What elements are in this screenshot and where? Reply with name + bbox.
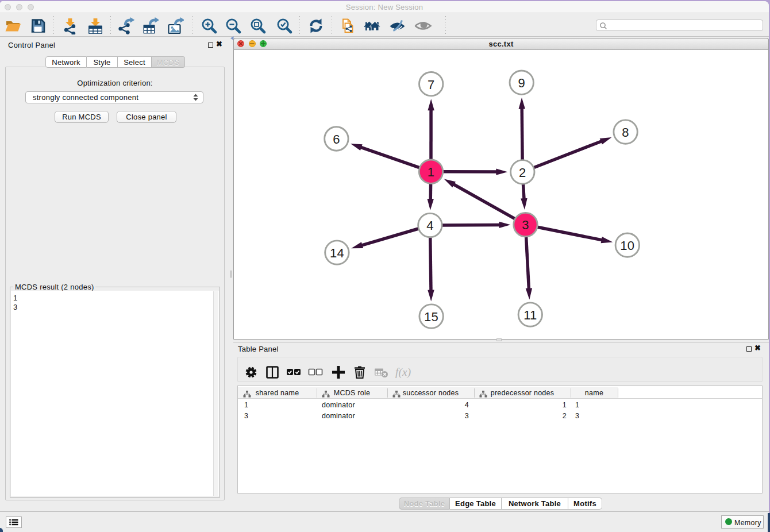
svg-text:11: 11: [523, 308, 537, 322]
svg-text:6: 6: [333, 132, 340, 147]
svg-text:3: 3: [522, 218, 529, 232]
svg-text:7: 7: [428, 78, 435, 92]
svg-text:9: 9: [518, 76, 525, 90]
svg-text:15: 15: [424, 310, 438, 324]
svg-text:8: 8: [622, 125, 629, 140]
svg-text:1: 1: [428, 165, 435, 179]
svg-text:14: 14: [330, 246, 344, 260]
svg-text:4: 4: [426, 218, 434, 233]
svg-text:2: 2: [519, 165, 526, 180]
svg-text:10: 10: [620, 238, 634, 253]
